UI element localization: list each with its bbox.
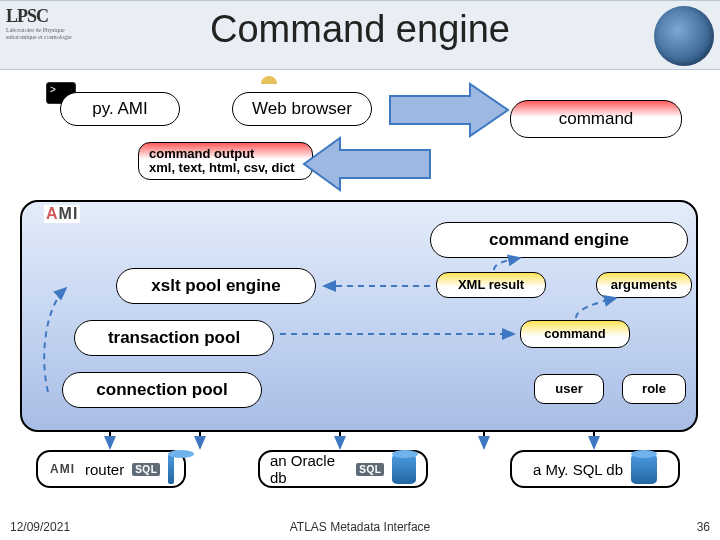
- db-icon-3: [631, 454, 657, 484]
- role-box: role: [622, 374, 686, 404]
- footer-center: ATLAS Metadata Interface: [0, 520, 720, 534]
- transaction-label: transaction pool: [108, 329, 240, 348]
- db-icon-2: [392, 454, 416, 484]
- footer-page: 36: [697, 520, 710, 534]
- pyami-label: py. AMI: [92, 100, 147, 119]
- role-label: role: [642, 382, 666, 396]
- xml-result-box: XML result: [436, 272, 546, 298]
- arguments-box: arguments: [596, 272, 692, 298]
- atlas-logo: [654, 6, 714, 66]
- xml-result-label: XML result: [458, 278, 524, 292]
- slide: LPSC Laboratoire de Physique subatomique…: [0, 0, 720, 540]
- command-engine-label: command engine: [489, 231, 629, 250]
- command-output-box: command output xml, text, html, csv, dic…: [138, 142, 313, 180]
- ami-logo-small: AMI: [48, 462, 77, 476]
- user-box: user: [534, 374, 604, 404]
- pyami-box: py. AMI: [60, 92, 180, 126]
- sql-badge-1: SQL: [132, 463, 160, 476]
- ami-logo: AMI: [44, 205, 80, 223]
- router-label: router: [85, 461, 124, 478]
- connection-box: connection pool: [62, 372, 262, 408]
- web-browser-box: Web browser: [232, 92, 372, 126]
- sql-badge-2: SQL: [356, 463, 384, 476]
- xslt-box: xslt pool engine: [116, 268, 316, 304]
- user-label: user: [555, 382, 582, 396]
- command-label: command: [544, 327, 605, 341]
- web-browser-label: Web browser: [252, 100, 352, 119]
- command-in-label: command: [559, 110, 634, 129]
- oracle-box: an Oracle db SQL: [258, 450, 428, 488]
- mysql-label: a My. SQL db: [533, 461, 623, 478]
- command-in-box: command: [510, 100, 682, 138]
- router-box: AMI router SQL: [36, 450, 186, 488]
- command-box: command: [520, 320, 630, 348]
- xslt-label: xslt pool engine: [151, 277, 280, 296]
- command-output-label: command output xml, text, html, csv, dic…: [149, 147, 295, 176]
- connection-label: connection pool: [96, 381, 227, 400]
- transaction-box: transaction pool: [74, 320, 274, 356]
- mysql-box: a My. SQL db: [510, 450, 680, 488]
- arguments-label: arguments: [611, 278, 677, 292]
- db-icon-1: [168, 454, 174, 484]
- slide-title: Command engine: [0, 8, 720, 51]
- oracle-label: an Oracle db: [270, 452, 348, 486]
- command-engine-box: command engine: [430, 222, 688, 258]
